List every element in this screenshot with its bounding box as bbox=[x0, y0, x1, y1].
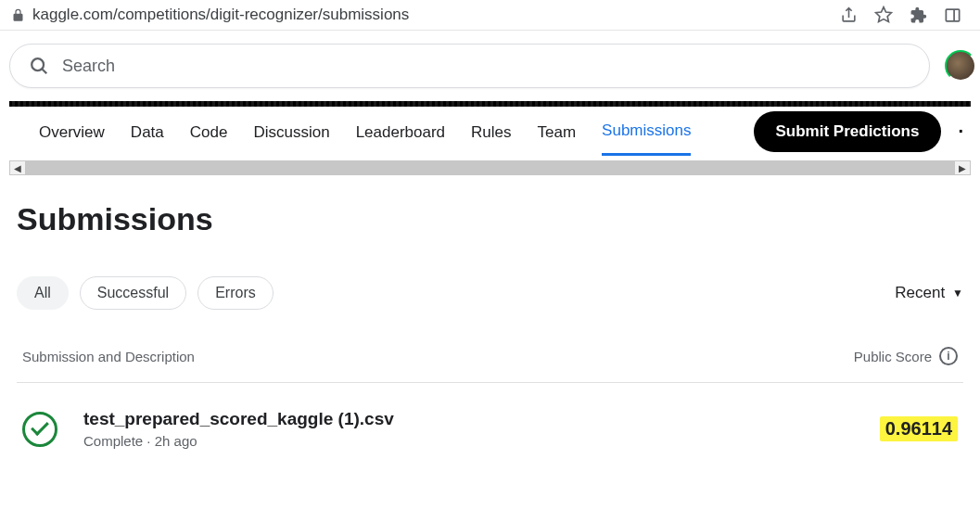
horizontal-scrollbar[interactable]: ◀ ▶ bbox=[9, 160, 971, 175]
tab-leaderboard[interactable]: Leaderboard bbox=[356, 123, 445, 155]
submission-row[interactable]: test_prepared_scored_kaggle (1).csv Comp… bbox=[17, 383, 963, 475]
tab-overview[interactable]: Overview bbox=[39, 123, 105, 155]
column-public-score: Public Score bbox=[854, 349, 932, 364]
table-header: Submission and Description Public Score … bbox=[17, 338, 963, 383]
tab-submissions[interactable]: Submissions bbox=[602, 121, 691, 156]
search-row bbox=[0, 31, 980, 101]
star-icon[interactable] bbox=[874, 6, 893, 24]
column-submission: Submission and Description bbox=[22, 349, 195, 364]
svg-rect-1 bbox=[946, 9, 959, 21]
info-icon[interactable]: i bbox=[939, 347, 958, 365]
svg-line-4 bbox=[42, 69, 46, 73]
submission-main: test_prepared_scored_kaggle (1).csv Comp… bbox=[83, 409, 880, 449]
success-check-icon bbox=[22, 412, 57, 447]
search-icon bbox=[29, 56, 49, 76]
panel-icon[interactable] bbox=[944, 6, 961, 24]
submission-meta: Complete · 2h ago bbox=[83, 433, 880, 449]
extensions-icon[interactable] bbox=[910, 6, 927, 24]
lock-icon bbox=[11, 8, 25, 22]
tabs: Overview Data Code Discussion Leaderboar… bbox=[9, 107, 754, 156]
tab-discussion[interactable]: Discussion bbox=[253, 123, 329, 155]
url-text[interactable]: kaggle.com/competitions/digit-recognizer… bbox=[32, 6, 840, 24]
avatar[interactable] bbox=[945, 50, 976, 82]
address-bar: kaggle.com/competitions/digit-recognizer… bbox=[0, 0, 980, 31]
tab-code[interactable]: Code bbox=[190, 123, 228, 155]
submission-filename: test_prepared_scored_kaggle (1).csv bbox=[83, 409, 880, 429]
chip-errors[interactable]: Errors bbox=[197, 276, 274, 310]
svg-marker-0 bbox=[876, 7, 892, 22]
share-icon[interactable] bbox=[840, 6, 858, 24]
filter-row: All Successful Errors Recent ▼ bbox=[17, 276, 963, 310]
filter-chips: All Successful Errors bbox=[17, 276, 274, 310]
tab-team[interactable]: Team bbox=[538, 123, 577, 155]
chip-all[interactable]: All bbox=[17, 276, 69, 310]
submit-predictions-button[interactable]: Submit Predictions bbox=[754, 111, 942, 152]
tabs-bar: Overview Data Code Discussion Leaderboar… bbox=[0, 107, 980, 157]
scroll-track[interactable] bbox=[26, 160, 954, 175]
search-input[interactable] bbox=[62, 57, 910, 76]
scroll-left-arrow[interactable]: ◀ bbox=[9, 160, 26, 175]
address-bar-actions bbox=[840, 6, 969, 24]
chip-successful[interactable]: Successful bbox=[80, 276, 186, 310]
overflow-menu-icon[interactable]: · bbox=[950, 121, 971, 142]
tab-data[interactable]: Data bbox=[131, 123, 164, 155]
submission-score: 0.96114 bbox=[880, 416, 958, 441]
svg-point-3 bbox=[32, 58, 44, 70]
page-title: Submissions bbox=[17, 201, 963, 237]
sort-dropdown[interactable]: Recent ▼ bbox=[895, 284, 963, 302]
sort-label: Recent bbox=[895, 284, 945, 302]
search-box[interactable] bbox=[9, 44, 930, 88]
scroll-right-arrow[interactable]: ▶ bbox=[954, 160, 971, 175]
chevron-down-icon: ▼ bbox=[952, 287, 963, 300]
tab-rules[interactable]: Rules bbox=[471, 123, 511, 155]
